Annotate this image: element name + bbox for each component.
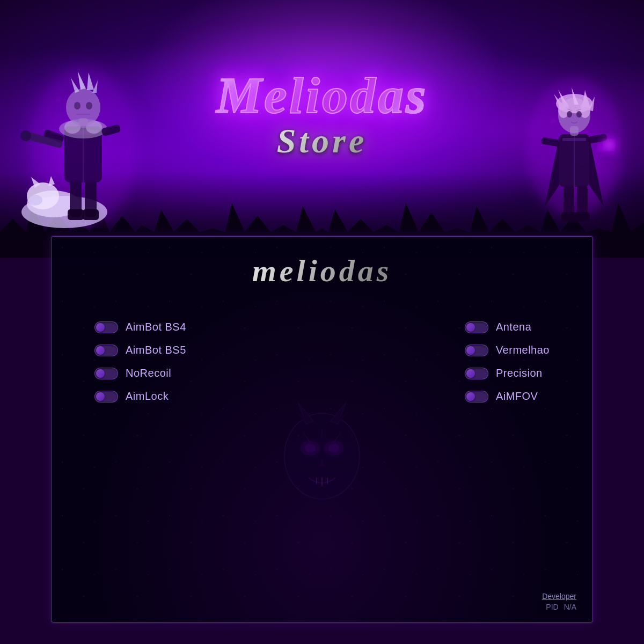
label-aimfov: AiMFOV [496,390,538,402]
banner-title: Meliodas Store [216,70,428,161]
toggle-aimbot-bs5[interactable] [94,345,118,356]
svg-point-58 [567,111,572,118]
svg-rect-10 [83,209,99,220]
toggle-item-aimbot-bs5[interactable]: AimBot BS5 [94,344,186,356]
panel-title-text: meliodas [52,253,592,289]
pid-value: N/A [564,603,576,611]
svg-point-28 [86,102,92,109]
svg-point-59 [576,111,582,118]
toggle-aimfov[interactable] [465,391,488,402]
pid-row: PID N/A [542,603,576,611]
svg-point-6 [27,195,42,206]
toggle-antena[interactable] [465,321,488,333]
controls-left: AimBot BS4 AimBot BS5 NoRecoil AimLock [94,321,186,402]
toggle-precision[interactable] [465,368,488,379]
right-character-container [515,40,633,228]
panel-title-area: meliodas [52,237,592,294]
svg-point-32 [51,129,56,134]
svg-point-65 [540,157,544,160]
banner-title-main: Meliodas [216,70,428,121]
svg-point-47 [604,140,614,150]
svg-point-30 [57,97,61,101]
toggle-item-vermelhao[interactable]: Vermelhao [465,344,550,356]
svg-point-64 [598,144,604,151]
left-character-svg [11,13,156,228]
label-aimbot-bs4: AimBot BS4 [126,321,186,333]
svg-rect-9 [68,209,84,220]
svg-point-33 [108,141,112,144]
left-character-container [11,13,156,228]
svg-rect-38 [575,212,590,222]
developer-link[interactable]: Developer [542,592,576,601]
label-norecoil: NoRecoil [126,367,171,379]
pid-label: PID [546,603,558,611]
toggle-item-precision[interactable]: Precision [465,367,550,379]
page-wrapper: Meliodas Store meliodas [0,0,644,644]
toggle-norecoil[interactable] [94,368,118,379]
svg-point-74 [328,444,339,452]
label-aimlock: AimLock [126,390,169,402]
label-aimbot-bs5: AimBot BS5 [126,344,186,356]
toggle-item-aimbot-bs4[interactable]: AimBot BS4 [94,321,186,333]
controls-section: AimBot BS4 AimBot BS5 NoRecoil AimLock [52,310,592,413]
toggle-item-aimlock[interactable]: AimLock [94,390,186,402]
label-vermelhao: Vermelhao [496,344,550,356]
top-banner: Meliodas Store [0,0,644,258]
svg-point-31 [103,103,106,106]
controls-right: Antena Vermelhao Precision AiMFOV [465,321,550,402]
demon-mask-decoration [274,397,370,504]
svg-point-63 [597,108,600,112]
toggle-item-aimfov[interactable]: AiMFOV [465,390,550,402]
svg-point-62 [551,119,555,123]
right-character-svg [515,40,633,228]
svg-rect-37 [561,212,576,222]
svg-point-73 [305,444,316,452]
toggle-aimbot-bs4[interactable] [94,321,118,333]
main-panel: meliodas [51,236,593,623]
banner-title-sub: Store [216,121,428,161]
toggle-vermelhao[interactable] [465,345,488,356]
svg-point-27 [74,102,80,109]
label-precision: Precision [496,367,543,379]
label-antena: Antena [496,321,531,333]
panel-bottom: Developer PID N/A [542,592,576,611]
toggle-aimlock[interactable] [94,391,118,402]
svg-point-66 [284,413,360,499]
toggle-item-antena[interactable]: Antena [465,321,550,333]
toggle-item-norecoil[interactable]: NoRecoil [94,367,186,379]
svg-rect-41 [562,138,586,141]
svg-point-22 [66,89,100,126]
